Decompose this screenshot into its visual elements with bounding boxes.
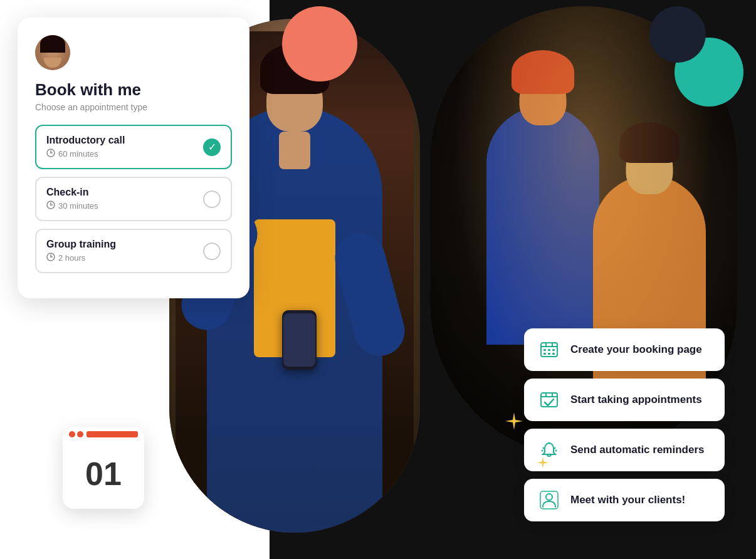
calendar-check-icon (538, 389, 560, 411)
sparkle-large (504, 411, 524, 434)
feature-card-booking-page: Create your booking page (524, 328, 725, 371)
svg-rect-18 (552, 353, 555, 355)
clock-icon-intro (46, 149, 55, 159)
calendar-body: 01 (63, 439, 144, 509)
feature-card-appointments: Start taking appointments (524, 379, 725, 421)
clock-icon-group (46, 253, 55, 263)
calendar-date: 01 (85, 457, 122, 490)
cal-bar (87, 431, 138, 437)
appointment-info-intro: Introductory call 60 minutes (46, 135, 203, 159)
cal-dot-1 (69, 431, 75, 437)
feature-text-reminders: Send automatic reminders (570, 444, 705, 456)
appointment-duration-group: 2 hours (46, 253, 203, 263)
svg-point-27 (555, 450, 557, 452)
appointment-name-intro: Introductory call (46, 135, 203, 146)
calendar-top-bar (63, 427, 144, 439)
svg-rect-16 (543, 353, 546, 355)
book-subtitle: Choose an appointment type (35, 102, 232, 112)
svg-point-24 (543, 447, 545, 449)
appointment-duration-intro: 60 minutes (46, 149, 203, 159)
svg-rect-13 (543, 349, 546, 351)
sparkle-small (537, 456, 549, 471)
svg-rect-15 (552, 349, 555, 351)
radio-btn-intro[interactable]: ✓ (203, 138, 221, 156)
feature-text-appointments: Start taking appointments (570, 394, 702, 406)
radio-btn-group[interactable] (203, 243, 221, 260)
appointment-item-group[interactable]: Group training 2 hours (35, 229, 232, 273)
appointment-name-group: Group training (46, 239, 203, 250)
feature-cards: Create your booking page Start taking ap… (524, 328, 725, 521)
appointment-duration-checkin: 30 minutes (46, 201, 203, 211)
svg-point-28 (546, 494, 552, 500)
scene: Book with me Choose an appointment type … (0, 0, 756, 559)
feature-text-booking-page: Create your booking page (570, 343, 702, 356)
deco-circle-dark (649, 6, 706, 63)
radio-btn-checkin[interactable] (203, 191, 221, 208)
appointment-info-checkin: Check-in 30 minutes (46, 187, 203, 211)
svg-point-25 (554, 447, 556, 449)
calendar-widget: 01 (63, 427, 144, 509)
appointment-item-intro[interactable]: Introductory call 60 minutes ✓ (35, 125, 232, 169)
feature-text-clients: Meet with your clients! (570, 494, 685, 506)
book-title: Book with me (35, 80, 232, 100)
calendar-grid-icon (538, 338, 560, 361)
avatar (35, 35, 70, 70)
svg-rect-14 (548, 349, 550, 351)
svg-point-23 (549, 442, 550, 444)
check-mark-intro: ✓ (208, 142, 216, 152)
appointment-name-checkin: Check-in (46, 187, 203, 198)
booking-card: Book with me Choose an appointment type … (18, 18, 249, 298)
appointment-info-group: Group training 2 hours (46, 239, 203, 263)
feature-card-reminders: Send automatic reminders (524, 429, 725, 471)
svg-rect-17 (548, 353, 550, 355)
cal-dot-2 (77, 431, 83, 437)
feature-card-clients: Meet with your clients! (524, 479, 725, 521)
person-icon (538, 489, 560, 511)
appointment-item-checkin[interactable]: Check-in 30 minutes (35, 177, 232, 221)
deco-circle-salmon (282, 6, 357, 81)
svg-point-26 (542, 450, 543, 452)
clock-icon-checkin (46, 201, 55, 211)
